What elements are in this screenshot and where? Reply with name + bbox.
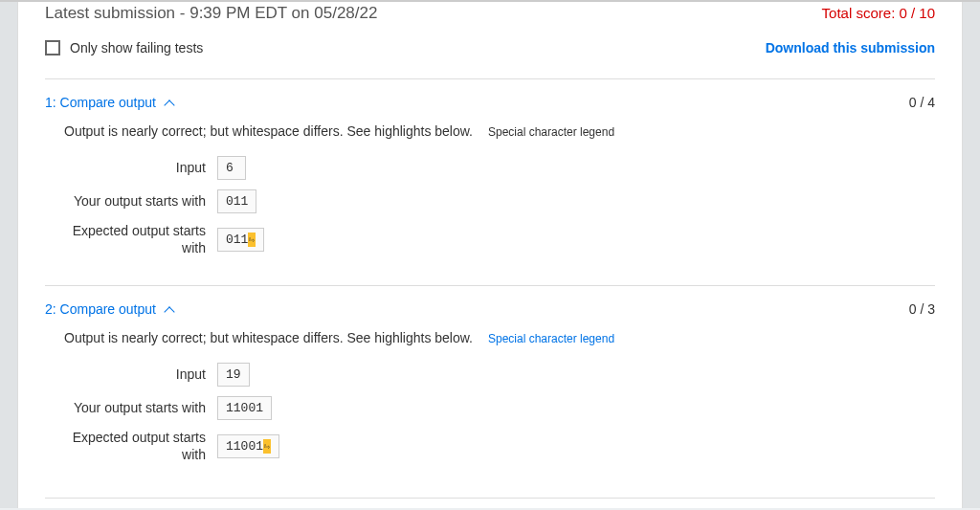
chevron-up-icon — [164, 100, 174, 111]
input-value: 6 — [217, 156, 246, 180]
submission-timestamp: Latest submission - 9:39 PM EDT on 05/28… — [45, 4, 377, 23]
test-message: Output is nearly correct; but whitespace… — [64, 330, 473, 345]
test-message: Output is nearly correct; but whitespace… — [64, 123, 473, 139]
test-header-toggle[interactable]: 2: Compare output 0 / 3 — [45, 301, 935, 317]
test-block: 1: Compare output 0 / 4 Output is nearly… — [45, 78, 935, 285]
input-label: Input — [64, 160, 217, 177]
only-failing-label: Only show failing tests — [70, 40, 203, 55]
input-label: Input — [64, 366, 217, 384]
expected-output-value: 011⏎ — [217, 228, 264, 252]
test-title-label: Compare output — [60, 301, 156, 317]
download-submission-link[interactable]: Download this submission — [766, 40, 935, 55]
expected-output-label: Expected output starts with — [64, 223, 217, 256]
test-score: 0 / 3 — [909, 301, 935, 317]
input-value: 19 — [217, 363, 250, 387]
chevron-up-icon — [164, 307, 174, 318]
test-header-toggle[interactable]: 1: Compare output 0 / 4 — [45, 95, 935, 110]
your-output-label: Your output starts with — [64, 193, 217, 211]
newline-highlight-icon: ⏎ — [263, 439, 271, 454]
total-score: Total score: 0 / 10 — [822, 5, 935, 21]
test-title-label: Compare output — [60, 95, 156, 110]
test-score: 0 / 4 — [909, 95, 935, 110]
special-char-legend-link[interactable]: Special character legend — [488, 332, 614, 345]
only-failing-checkbox[interactable]: Only show failing tests — [45, 40, 203, 55]
your-output-value: 11001 — [217, 396, 272, 420]
expected-output-value: 11001⏎ — [217, 434, 279, 458]
newline-highlight-icon: ⏎ — [248, 233, 256, 247]
checkbox-icon — [45, 40, 60, 55]
test-index: 2 — [45, 301, 53, 317]
test-block: 2: Compare output 0 / 3 Output is nearly… — [45, 285, 935, 508]
your-output-value: 011 — [217, 189, 256, 213]
expected-output-label: Expected output starts with — [64, 430, 217, 463]
your-output-label: Your output starts with — [64, 400, 217, 417]
submission-header: Latest submission - 9:39 PM EDT on 05/28… — [45, 2, 935, 34]
divider — [45, 498, 935, 499]
test-index: 1 — [45, 95, 53, 110]
special-char-legend-link[interactable]: Special character legend — [488, 125, 614, 139]
